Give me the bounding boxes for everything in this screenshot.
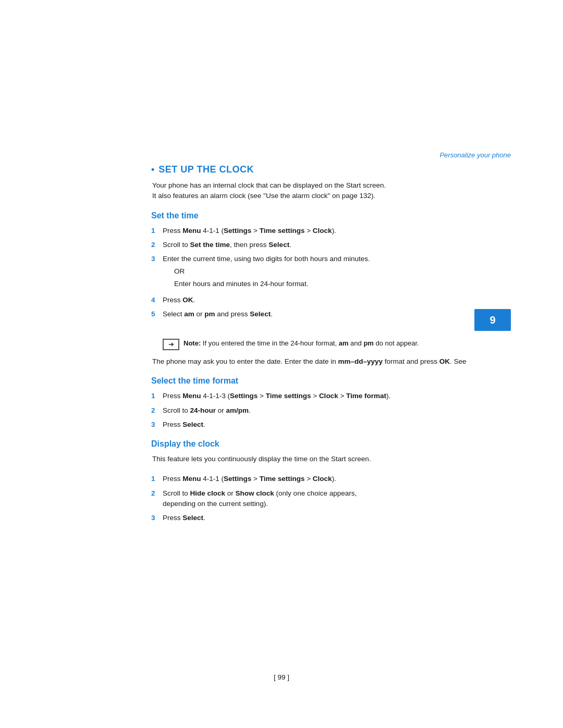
or-line: Enter hours and minutes in 24-hour forma…	[174, 279, 511, 289]
or-block: OR Enter hours and minutes in 24-hour fo…	[174, 266, 511, 289]
step-1-num: 1	[151, 226, 163, 236]
display-clock-intro: This feature lets you continuously displ…	[151, 454, 511, 464]
step-4-text: Press OK.	[163, 295, 511, 305]
date-note: The phone may ask you to enter the date.…	[152, 356, 511, 367]
display-clock-title: Display the clock	[151, 439, 511, 449]
display-step-2: 2 Scroll to Hide clock or Show clock (on…	[151, 488, 511, 510]
display-step-2-text: Scroll to Hide clock or Show clock (only…	[163, 488, 511, 510]
note-icon	[163, 339, 179, 350]
step-3-num: 3	[151, 254, 163, 264]
step-3: 3 Enter the current time, using two digi…	[151, 254, 511, 291]
display-step-1: 1 Press Menu 4-1-1 (Settings > Time sett…	[151, 474, 511, 484]
set-time-steps: 1 Press Menu 4-1-1 (Settings > Time sett…	[151, 226, 511, 331]
content-area: Personalize your phone • SET UP THE CLOC…	[151, 151, 511, 533]
step-2: 2 Scroll to Set the time, then press Sel…	[151, 240, 511, 250]
note-block: Note: If you entered the time in the 24-…	[163, 338, 511, 350]
page-header-label: Personalize your phone	[151, 151, 511, 159]
display-step-3-text: Press Select.	[163, 513, 511, 523]
display-clock-steps: 1 Press Menu 4-1-1 (Settings > Time sett…	[151, 474, 511, 523]
select-time-format-steps: 1 Press Menu 4-1-1-3 (Settings > Time se…	[151, 391, 511, 430]
step-5-num: 5	[151, 309, 163, 319]
page-container: Personalize your phone • SET UP THE CLOC…	[0, 0, 563, 728]
display-step-3-num: 3	[151, 513, 163, 523]
step-4: 4 Press OK.	[151, 295, 511, 305]
format-step-1-num: 1	[151, 391, 163, 401]
section-intro: Your phone has an internal clock that ca…	[151, 180, 511, 202]
display-step-1-num: 1	[151, 474, 163, 484]
page-footer: [ 99 ]	[0, 673, 563, 681]
step-1-text: Press Menu 4-1-1 (Settings > Time settin…	[163, 226, 511, 236]
chapter-badge: 9	[474, 309, 511, 331]
step-1: 1 Press Menu 4-1-1 (Settings > Time sett…	[151, 226, 511, 236]
format-step-2-text: Scroll to 24-hour or am/pm.	[163, 405, 511, 416]
select-time-format-title: Select the time format	[151, 376, 511, 386]
step-4-num: 4	[151, 295, 163, 305]
display-step-2-num: 2	[151, 488, 163, 499]
format-step-2: 2 Scroll to 24-hour or am/pm.	[151, 405, 511, 416]
format-step-3: 3 Press Select.	[151, 419, 511, 430]
display-step-1-text: Press Menu 4-1-1 (Settings > Time settin…	[163, 474, 511, 484]
select-time-format-subsection: Select the time format 1 Press Menu 4-1-…	[151, 376, 511, 430]
step-5-text: Select am or pm and press Select.	[163, 309, 464, 319]
step-2-text: Scroll to Set the time, then press Selec…	[163, 240, 511, 250]
set-time-title: Set the time	[151, 211, 511, 220]
intro-line-1: Your phone has an internal clock that ca…	[152, 181, 386, 189]
page-number: [ 99 ]	[274, 673, 289, 681]
display-clock-subsection: Display the clock This feature lets you …	[151, 439, 511, 523]
bullet-dot: •	[151, 164, 154, 175]
or-label: OR	[174, 267, 185, 275]
step-2-num: 2	[151, 240, 163, 250]
section-main-title: SET UP THE CLOCK	[158, 164, 254, 175]
step-3-text: Enter the current time, using two digits…	[163, 254, 511, 291]
note-text: Note: If you entered the time in the 24-…	[183, 338, 419, 349]
section-title-row: • SET UP THE CLOCK	[151, 164, 511, 175]
intro-line-2: It also features an alarm clock (see "Us…	[152, 192, 375, 200]
display-step-3: 3 Press Select.	[151, 513, 511, 523]
set-time-subsection: Set the time 1 Press Menu 4-1-1 (Setting…	[151, 211, 511, 367]
step-5: 5 Select am or pm and press Select. 9	[151, 309, 511, 331]
format-step-3-num: 3	[151, 419, 163, 430]
format-step-1-text: Press Menu 4-1-1-3 (Settings > Time sett…	[163, 391, 511, 401]
format-step-2-num: 2	[151, 405, 163, 416]
format-step-1: 1 Press Menu 4-1-1-3 (Settings > Time se…	[151, 391, 511, 401]
format-step-3-text: Press Select.	[163, 419, 511, 430]
